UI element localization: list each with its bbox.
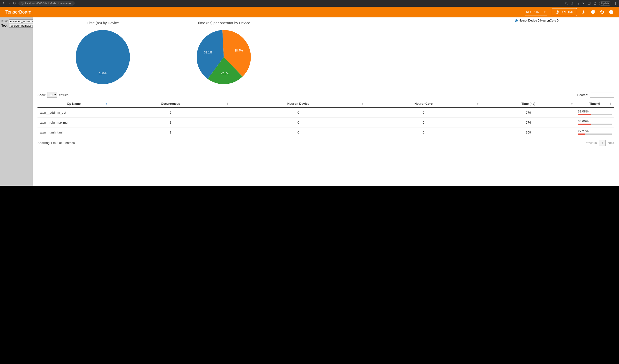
back-icon[interactable] <box>2 1 5 5</box>
zoom-icon[interactable] <box>565 2 568 5</box>
cell-time-ns: 279 <box>481 108 576 118</box>
run-label: Run: <box>1 20 8 23</box>
info-icon <box>21 2 24 5</box>
cell-occurrences: 1 <box>110 127 231 137</box>
settings-icon[interactable] <box>600 10 605 14</box>
cell-occurrences: 1 <box>110 118 231 127</box>
upload-button[interactable]: UPLOAD <box>552 8 577 16</box>
next-button[interactable]: Next <box>608 141 614 145</box>
page-size-select[interactable]: 10 <box>47 92 57 98</box>
pie-slice-label: 39.1% <box>204 51 212 54</box>
search-input[interactable] <box>590 92 614 98</box>
svg-line-16 <box>582 13 583 14</box>
cell-op-name: aten__addmm_dot <box>38 108 110 118</box>
url-text: localhost:6006/?darkMode=true#neuron <box>25 2 72 5</box>
sidebar: Run: markstep_version Tool: operator-fra… <box>0 17 33 186</box>
cell-time-pct: 38.66% <box>576 118 614 127</box>
chart-time-by-device: Time (ns) by Device 100% <box>57 21 149 85</box>
legend-label: NeuronDevice 0 NeuronCore 0 <box>519 19 559 22</box>
cell-time-ns: 159 <box>481 127 576 137</box>
extensions-icon[interactable] <box>582 2 585 5</box>
main-content: NeuronDevice 0 NeuronCore 0 Time (ns) by… <box>33 17 619 186</box>
pct-bar <box>578 114 612 115</box>
svg-rect-5 <box>588 2 590 4</box>
cell-neuron-device: 0 <box>231 127 366 137</box>
col-header-neuroncore[interactable]: NeuronCore▲▼ <box>366 100 481 108</box>
prev-button[interactable]: Previous <box>584 141 597 145</box>
upload-label: UPLOAD <box>561 10 573 14</box>
col-header-neuron-device[interactable]: Neuron Device▲▼ <box>231 100 366 108</box>
svg-point-9 <box>583 11 585 13</box>
cell-op-name: aten__tanh_tanh <box>38 127 110 137</box>
star-icon[interactable]: ☆ <box>577 2 579 5</box>
pager: Previous 1 Next <box>584 140 614 146</box>
tool-label: Tool: <box>1 24 8 27</box>
col-header-time-ns[interactable]: Time (ns)▲▼ <box>481 100 576 108</box>
run-select[interactable]: markstep_version <box>9 19 35 23</box>
svg-point-3 <box>565 2 567 4</box>
cell-neuron-device: 0 <box>231 118 366 127</box>
col-header-occurrences[interactable]: Occurrences▲▼ <box>110 100 231 108</box>
refresh-icon[interactable] <box>591 10 595 14</box>
pie-slice[interactable] <box>76 30 130 84</box>
chart-title: Time (ns) per operator by Device <box>166 21 282 25</box>
operator-table: Op Name▲ Occurrences▲▼ Neuron Device▲▼ N… <box>38 100 614 137</box>
device-legend[interactable]: NeuronDevice 0 NeuronCore 0 <box>515 19 559 22</box>
entries-control: Show 10 entries <box>38 92 69 98</box>
search-label: Search: <box>577 93 588 97</box>
cell-time-pct: 22.27% <box>576 127 614 137</box>
svg-line-14 <box>582 11 583 11</box>
cell-neuroncore: 0 <box>366 127 481 137</box>
cell-time-ns: 276 <box>481 118 576 127</box>
table-row: aten__tanh_tanh 1 0 0 159 22.27% <box>38 127 614 137</box>
app-title: TensorBoard <box>5 9 31 15</box>
pct-bar <box>578 124 612 125</box>
help-icon[interactable] <box>609 10 614 14</box>
profile-icon[interactable] <box>593 2 597 5</box>
cell-neuroncore: 0 <box>366 108 481 118</box>
window-icon[interactable] <box>588 2 591 5</box>
show-label-post: entries <box>59 93 69 97</box>
share-icon[interactable] <box>571 2 574 5</box>
col-header-op-name[interactable]: Op Name▲ <box>38 100 110 108</box>
pie-chart: 100% <box>75 29 131 85</box>
table-info: Showing 1 to 3 of 3 entries <box>38 141 75 145</box>
pct-bar <box>578 134 612 135</box>
brightness-icon[interactable] <box>581 10 586 14</box>
col-header-time-pct[interactable]: Time %▲▼ <box>576 100 614 108</box>
mode-select[interactable]: NEURON <box>525 9 548 15</box>
pie-slice-label: 38.7% <box>235 49 243 52</box>
browser-chrome: localhost:6006/?darkMode=true#neuron ☆ U… <box>0 0 619 7</box>
svg-point-19 <box>611 13 611 13</box>
mode-select-label: NEURON <box>525 9 548 15</box>
table-row: aten__relu_maximum 1 0 0 276 38.66% <box>38 118 614 127</box>
svg-line-17 <box>585 11 585 11</box>
cell-neuron-device: 0 <box>231 108 366 118</box>
radio-selected-icon <box>515 19 518 22</box>
cell-neuroncore: 0 <box>366 118 481 127</box>
update-button[interactable]: Update <box>599 1 611 6</box>
svg-point-2 <box>22 3 23 3</box>
svg-point-6 <box>594 2 595 3</box>
menu-icon[interactable]: ⋮ <box>614 1 617 5</box>
address-bar[interactable]: localhost:6006/?darkMode=true#neuron <box>18 1 75 6</box>
search-control: Search: <box>577 92 614 98</box>
pie-slice-label: 100% <box>99 71 107 75</box>
svg-line-15 <box>585 13 585 14</box>
svg-line-4 <box>567 4 568 5</box>
table-row: aten__addmm_dot 2 0 0 279 39.08% <box>38 108 614 118</box>
pie-slice-label: 22.3% <box>221 71 229 75</box>
page-number[interactable]: 1 <box>599 140 606 146</box>
cell-time-pct: 39.08% <box>576 108 614 118</box>
pie-chart: 38.7%22.3%39.1% <box>196 29 252 85</box>
app-header: TensorBoard NEURON UPLOAD <box>0 7 619 17</box>
chart-time-per-operator: Time (ns) per operator by Device 38.7%22… <box>166 21 282 85</box>
chart-title: Time (ns) by Device <box>57 21 149 25</box>
cell-occurrences: 2 <box>110 108 231 118</box>
show-label-pre: Show <box>38 93 45 97</box>
reload-icon[interactable] <box>13 1 16 5</box>
forward-icon[interactable] <box>7 1 11 5</box>
cell-op-name: aten__relu_maximum <box>38 118 110 127</box>
upload-icon <box>555 10 559 14</box>
